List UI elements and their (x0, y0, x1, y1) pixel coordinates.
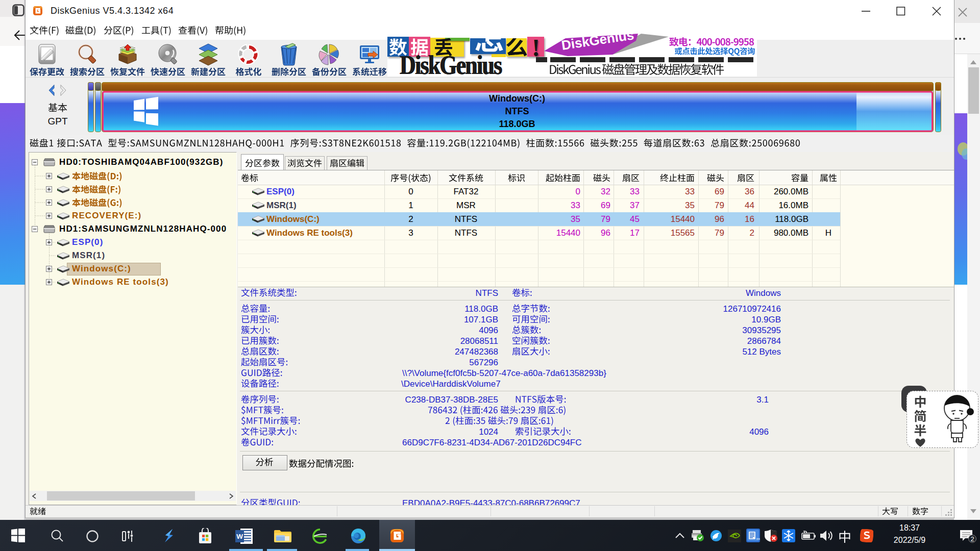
svg-text:2: 2 (970, 535, 974, 543)
svg-text:intel: intel (756, 537, 760, 540)
svg-text:W: W (236, 533, 243, 540)
